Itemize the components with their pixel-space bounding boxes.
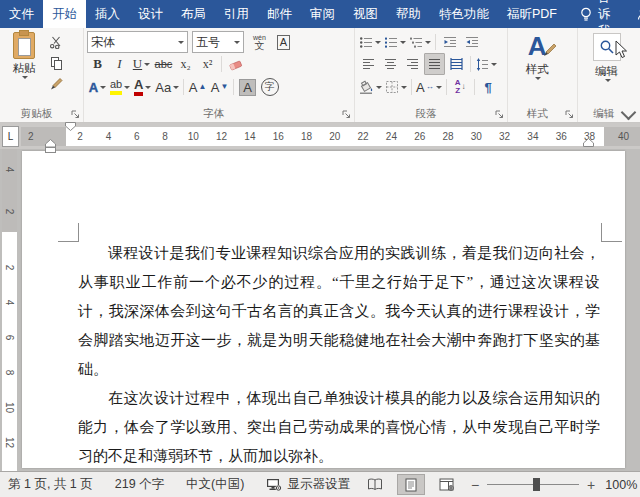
strikethrough-button[interactable]: abc	[153, 53, 174, 75]
show-hide-marks-button[interactable]: ¶	[478, 76, 499, 98]
tell-me-button[interactable]: 告诉我	[570, 0, 621, 28]
font-dialog-launcher[interactable]	[341, 109, 352, 120]
sort-button[interactable]: A Z ↓	[450, 76, 471, 98]
highlight-icon: ab	[110, 79, 122, 95]
decrease-indent-button[interactable]	[439, 31, 460, 53]
divider	[411, 79, 412, 95]
borders-button[interactable]	[384, 76, 408, 98]
ruler-number: 28	[434, 131, 462, 142]
tab-layout[interactable]: 布局	[172, 0, 215, 28]
editing-label: 编辑	[595, 64, 618, 79]
language-status[interactable]: 中文(中国)	[175, 476, 255, 493]
grow-font-button[interactable]: A▲	[187, 76, 208, 98]
zoom-out-button[interactable]: −	[471, 477, 479, 493]
zoom-slider-thumb[interactable]	[533, 478, 540, 491]
horizontal-ruler-band: L 2 2468101214161820222426283032343638 4…	[0, 123, 640, 149]
copy-button[interactable]	[45, 53, 66, 73]
document-page[interactable]: 课程设计是我们专业课程知识综合应用的实践训练，着是我们迈向社会，从事职业工作前一…	[22, 151, 625, 468]
numbering-icon	[384, 36, 398, 49]
tab-insert[interactable]: 插入	[86, 0, 129, 28]
horizontal-ruler[interactable]: 2 2468101214161820222426283032343638 40	[21, 127, 640, 146]
line-spacing-button[interactable]	[474, 53, 498, 75]
align-center-button[interactable]	[380, 53, 401, 75]
read-mode-button[interactable]	[361, 474, 389, 495]
paste-dropdown-arrow[interactable]	[22, 76, 28, 79]
change-case-button[interactable]: Aa	[154, 76, 180, 98]
ruler-number: 36	[547, 131, 575, 142]
print-layout-button[interactable]	[397, 474, 425, 495]
italic-button[interactable]: I	[109, 53, 130, 75]
web-layout-button[interactable]	[433, 474, 461, 495]
tab-view[interactable]: 视图	[344, 0, 387, 28]
tab-help[interactable]: 帮助	[387, 0, 430, 28]
format-painter-button[interactable]	[45, 74, 66, 94]
document-paragraph[interactable]: 在这次设计过程中，体现出自己单独设计模具的能力以及综合运用知识的能力，体会了学以…	[78, 384, 600, 471]
align-right-button[interactable]	[402, 53, 423, 75]
divider	[233, 79, 234, 95]
share-button[interactable]: 共享	[621, 0, 640, 28]
tab-special-features[interactable]: 特色功能	[430, 0, 498, 28]
enclose-characters-button[interactable]: 字	[259, 76, 280, 98]
clipboard-dialog-launcher[interactable]	[70, 109, 81, 120]
tab-foxit-pdf[interactable]: 福昕PDF	[498, 0, 566, 28]
chevron-down-icon	[400, 41, 406, 44]
clear-formatting-button[interactable]	[225, 53, 246, 75]
text-effects-button[interactable]: A	[87, 76, 108, 98]
right-indent-marker[interactable]	[583, 138, 594, 147]
paragraph-dialog-launcher[interactable]	[494, 109, 505, 120]
paste-button[interactable]: 粘贴	[3, 31, 45, 94]
tab-review[interactable]: 审阅	[301, 0, 344, 28]
display-settings-button[interactable]: 显示器设置	[255, 476, 361, 493]
first-line-indent-marker[interactable]	[65, 122, 76, 131]
tab-mailings[interactable]: 邮件	[258, 0, 301, 28]
character-border-button[interactable]: A	[271, 31, 292, 53]
align-left-button[interactable]	[358, 53, 379, 75]
styles-button[interactable]: A 样式	[511, 31, 563, 80]
left-right-arrows-icon: ↔	[426, 83, 434, 91]
tab-home[interactable]: 开始	[43, 0, 86, 28]
down-caret-icon: ▼	[221, 83, 229, 91]
tab-file[interactable]: 文件	[0, 0, 43, 28]
cut-button[interactable]	[45, 32, 66, 52]
subscript-button[interactable]: x₂	[175, 53, 196, 75]
tab-references[interactable]: 引用	[215, 0, 258, 28]
zoom-in-button[interactable]: +	[587, 477, 595, 493]
ruler-left-margin: 2	[21, 127, 66, 146]
font-color-button[interactable]: A	[132, 76, 153, 98]
underline-button[interactable]: U	[131, 53, 152, 75]
multilevel-list-button[interactable]	[408, 31, 432, 53]
document-paragraph[interactable]: 课程设计是我们专业课程知识综合应用的实践训练，着是我们迈向社会，从事职业工作前一…	[78, 239, 600, 384]
bullets-button[interactable]	[358, 31, 382, 53]
left-indent-marker[interactable]	[45, 139, 56, 153]
zoom-percentage[interactable]: 100%	[603, 478, 637, 492]
justify-button[interactable]	[424, 53, 445, 75]
ruler-number: 2	[66, 131, 94, 142]
document-text[interactable]: 课程设计是我们专业课程知识综合应用的实践训练，着是我们迈向社会，从事职业工作前一…	[78, 239, 600, 471]
zoom-slider[interactable]	[487, 484, 579, 485]
character-shading-button[interactable]: A	[237, 76, 258, 98]
increase-indent-button[interactable]	[461, 31, 482, 53]
page-number-status[interactable]: 第 1 页, 共 1 页	[8, 476, 104, 493]
chevron-down-icon	[605, 79, 611, 82]
asian-layout-button[interactable]: A↔	[415, 76, 443, 98]
superscript-button[interactable]: x²	[197, 53, 218, 75]
vertical-ruler[interactable]: 42 24681012	[2, 149, 17, 471]
ruler-number: 26	[406, 131, 434, 142]
numbering-button[interactable]	[383, 31, 407, 53]
distribute-button[interactable]	[446, 53, 467, 75]
tab-stop-selector[interactable]: L	[2, 126, 19, 147]
ribbon-tab-bar: 文件 开始 插入 设计 布局 引用 邮件 审阅 视图 帮助 特色功能 福昕PDF…	[0, 0, 640, 28]
text-highlight-button[interactable]: ab	[109, 76, 131, 98]
ruler-numbers: 2468101214161820222426283032343638	[66, 127, 604, 146]
shading-button[interactable]	[358, 76, 383, 98]
bold-button[interactable]: B	[87, 53, 108, 75]
word-count-status[interactable]: 219 个字	[104, 476, 175, 493]
shrink-font-button[interactable]: A▼	[209, 76, 230, 98]
ruler-right-margin: 40	[604, 127, 640, 146]
subscript-icon: x₂	[180, 57, 190, 72]
font-size-combo[interactable]: 五号	[192, 31, 244, 53]
tab-design[interactable]: 设计	[129, 0, 172, 28]
font-name-combo[interactable]: 宋体	[87, 31, 188, 53]
phonetic-guide-button[interactable]: wén 文	[249, 31, 270, 53]
styles-dialog-launcher[interactable]	[564, 109, 575, 120]
